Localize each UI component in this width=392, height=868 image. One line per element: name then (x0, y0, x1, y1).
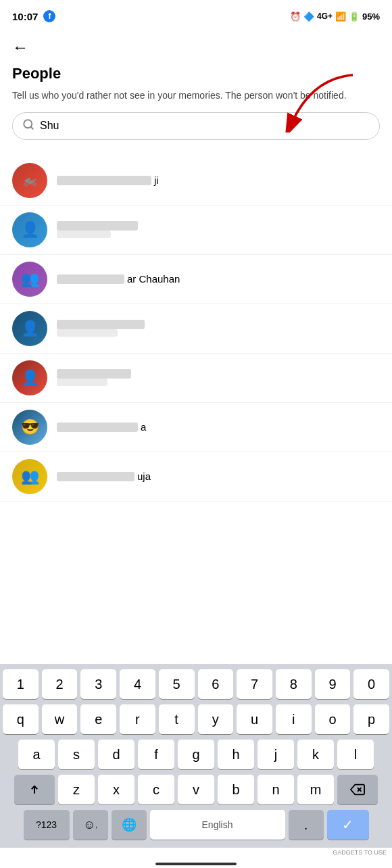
person-info: uja (57, 471, 380, 482)
sub-line (57, 379, 380, 386)
home-bar (155, 863, 237, 865)
key-b[interactable]: b (218, 775, 254, 804)
key-c[interactable]: c (138, 775, 174, 804)
person-info (57, 369, 380, 386)
key-q[interactable]: q (3, 704, 39, 734)
sub-line (57, 329, 380, 337)
sub-blur (57, 379, 107, 386)
key-p[interactable]: p (353, 704, 389, 734)
key-9[interactable]: 9 (315, 669, 351, 699)
signal-icon: 4G+ (317, 11, 333, 21)
status-bar: 10:07 f ⏰ 🔷 4G+ 📶 🔋 95% (0, 0, 392, 30)
key-y[interactable]: y (198, 704, 234, 734)
emoji-key[interactable]: ☺, (73, 810, 108, 840)
list-item[interactable]: 👤 (0, 354, 392, 403)
key-4[interactable]: 4 (120, 669, 155, 699)
svg-line-2 (30, 126, 32, 128)
search-box[interactable] (12, 112, 380, 140)
num-sym-key[interactable]: ?123 (24, 810, 70, 840)
search-input[interactable] (40, 120, 370, 132)
key-x[interactable]: x (98, 775, 134, 804)
keyboard-row-qwerty: q w e r t y u i o p (3, 704, 389, 734)
key-k[interactable]: k (297, 740, 334, 769)
avatar: 👥 (12, 459, 47, 494)
name-suffix: ji (154, 174, 159, 186)
person-info: ji (57, 174, 380, 186)
sub-line (57, 231, 380, 238)
name-suffix: ar Chauhan (127, 273, 180, 285)
name-blur (57, 369, 131, 379)
name-line: uja (57, 471, 380, 482)
backspace-key[interactable] (337, 775, 378, 804)
key-v[interactable]: v (178, 775, 214, 804)
avatar: 👤 (12, 311, 47, 346)
space-key[interactable]: English (150, 810, 285, 840)
avatar: 😎 (12, 410, 47, 445)
keyboard-row-bottom: ?123 ☺, 🌐 English . ✓ (3, 810, 389, 840)
list-item[interactable]: 👥 ar Chauhan (0, 255, 392, 304)
period-key[interactable]: . (289, 810, 324, 840)
key-6[interactable]: 6 (198, 669, 234, 699)
name-line (57, 369, 380, 379)
key-z[interactable]: z (58, 775, 95, 804)
key-m[interactable]: m (297, 775, 334, 804)
list-item[interactable]: 😎 a (0, 403, 392, 452)
back-button[interactable]: ← (12, 38, 28, 57)
key-7[interactable]: 7 (237, 669, 272, 699)
sub-blur (57, 329, 118, 337)
person-info (57, 221, 380, 238)
key-0[interactable]: 0 (353, 669, 389, 699)
key-1[interactable]: 1 (3, 669, 39, 699)
key-o[interactable]: o (315, 704, 351, 734)
key-u[interactable]: u (237, 704, 272, 734)
list-item[interactable]: 👤 (0, 304, 392, 354)
key-t[interactable]: t (159, 704, 195, 734)
key-5[interactable]: 5 (159, 669, 195, 699)
key-r[interactable]: r (120, 704, 155, 734)
key-f[interactable]: f (138, 740, 174, 769)
shift-key[interactable] (14, 775, 55, 804)
person-info: a (57, 421, 380, 433)
avatar: 👤 (12, 212, 47, 247)
key-s[interactable]: s (58, 740, 95, 769)
page-container: 10:07 f ⏰ 🔷 4G+ 📶 🔋 95% ← People Tell us… (0, 0, 392, 868)
status-right: ⏰ 🔷 4G+ 📶 🔋 95% (290, 11, 380, 22)
keyboard-row-asdf: a s d f g h j k l (3, 740, 389, 769)
name-line (57, 221, 380, 231)
people-list: 🏍 ji 👤 (0, 156, 392, 502)
person-info (57, 320, 380, 337)
enter-key[interactable]: ✓ (327, 810, 369, 840)
key-3[interactable]: 3 (80, 669, 116, 699)
name-blur (57, 221, 138, 231)
key-8[interactable]: 8 (276, 669, 312, 699)
key-j[interactable]: j (258, 740, 294, 769)
language-key[interactable]: 🌐 (112, 810, 147, 840)
key-i[interactable]: i (276, 704, 312, 734)
keyboard-row-numbers: 1 2 3 4 5 6 7 8 9 0 (3, 669, 389, 699)
name-line: ji (57, 174, 380, 186)
keyboard: 1 2 3 4 5 6 7 8 9 0 q w e r t y u i o p … (0, 664, 392, 848)
list-item[interactable]: 👥 uja (0, 452, 392, 502)
list-item[interactable]: 👤 (0, 206, 392, 255)
battery-percent: 95% (362, 11, 380, 22)
content-area: People Tell us who you'd rather not see … (0, 65, 392, 664)
name-suffix: uja (137, 471, 151, 482)
key-h[interactable]: h (218, 740, 254, 769)
key-n[interactable]: n (258, 775, 294, 804)
name-blur (57, 472, 134, 481)
key-w[interactable]: w (42, 704, 78, 734)
key-l[interactable]: l (337, 740, 374, 769)
time-display: 10:07 (12, 11, 38, 22)
key-2[interactable]: 2 (42, 669, 78, 699)
page-description: Tell us who you'd rather not see in your… (12, 89, 380, 103)
status-left: 10:07 f (12, 10, 55, 22)
key-e[interactable]: e (80, 704, 116, 734)
name-blur (57, 176, 151, 185)
list-item[interactable]: 🏍 ji (0, 156, 392, 206)
search-icon (22, 118, 34, 134)
key-d[interactable]: d (98, 740, 134, 769)
battery-icon: 🔋 (349, 11, 360, 22)
key-g[interactable]: g (178, 740, 214, 769)
facebook-icon: f (43, 10, 55, 22)
key-a[interactable]: a (18, 740, 55, 769)
